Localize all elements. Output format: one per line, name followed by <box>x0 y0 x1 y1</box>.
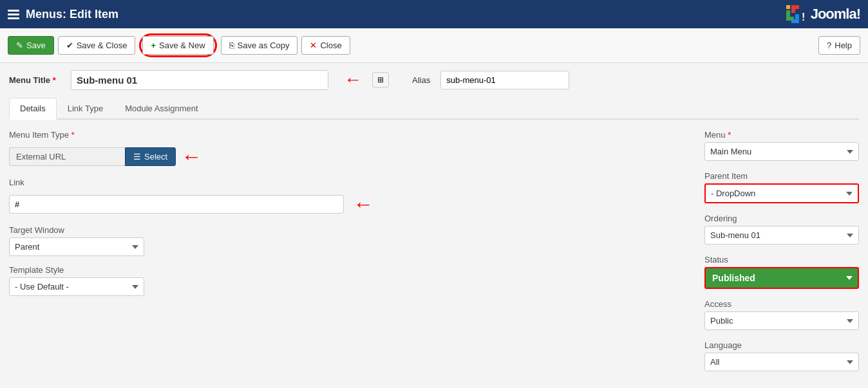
target-window-field: Target Window Parent New Window with Nav… <box>9 225 692 256</box>
menu-dropdown[interactable]: Main Menu <box>704 142 859 161</box>
save-icon: ✎ <box>16 41 23 50</box>
status-dropdown[interactable]: Published Unpublished Trashed Archived <box>704 267 859 289</box>
help-button[interactable]: ? Help <box>818 36 860 55</box>
parent-item-label: Parent Item <box>704 171 859 181</box>
tab-module-assignment[interactable]: Module Assignment <box>114 98 209 120</box>
status-label: Status <box>704 255 859 264</box>
generate-alias-button[interactable]: ⊞ <box>372 72 389 88</box>
access-label: Access <box>704 299 859 309</box>
save-new-button[interactable]: + Save & New <box>142 36 213 55</box>
template-style-dropdown[interactable]: - Use Default - <box>9 277 144 296</box>
language-field: Language All English (UK) <box>704 340 859 371</box>
joomla-text: Joomla! <box>811 6 860 23</box>
question-icon: ? <box>827 41 831 50</box>
access-field: Access Public Registered Special Guest S… <box>704 299 859 330</box>
main-column: Menu Item Type * External URL ☰ Select ←… <box>9 130 692 382</box>
tab-details[interactable]: Details <box>9 98 57 120</box>
hamburger-menu[interactable] <box>8 10 19 19</box>
ordering-field: Ordering Sub-menu 01 <box>704 214 859 245</box>
save-new-highlight: + Save & New <box>139 33 216 57</box>
menu-item-type-value: External URL <box>9 147 125 166</box>
two-col-layout: Menu Item Type * External URL ☰ Select ←… <box>9 130 859 382</box>
language-label: Language <box>704 340 859 350</box>
plus-icon: + <box>151 41 156 50</box>
ordering-dropdown[interactable]: Sub-menu 01 <box>704 226 859 245</box>
target-window-label: Target Window <box>9 225 64 235</box>
close-icon: ✕ <box>310 41 317 50</box>
copy-icon: ⎘ <box>229 41 234 50</box>
target-window-dropdown[interactable]: Parent New Window with Navigation New Wi… <box>9 237 144 256</box>
access-dropdown[interactable]: Public Registered Special Guest Super Us… <box>704 311 859 330</box>
template-style-field: Template Style - Use Default - <box>9 265 692 296</box>
page-title: Menus: Edit Item <box>26 8 118 21</box>
close-button[interactable]: ✕ Close <box>301 36 350 55</box>
arrow-annotation-3: ← <box>353 192 373 216</box>
side-column: Menu * Main Menu Parent Item - DropDown … <box>704 130 859 382</box>
save-close-button[interactable]: ✔ Save & Close <box>58 36 136 55</box>
tabs: Details Link Type Module Assignment <box>9 98 859 120</box>
menu-title-label: Menu Title * <box>9 75 61 85</box>
menu-field: Menu * Main Menu <box>704 130 859 161</box>
link-input[interactable] <box>9 195 344 214</box>
joomla-logo: ! Joomla! <box>781 3 860 26</box>
alias-input[interactable] <box>440 71 569 89</box>
menu-title-input[interactable] <box>71 70 328 90</box>
arrow-annotation-1: ← <box>344 69 362 90</box>
content-area: Menu Title * ← ⊞ Alias Details Link Type… <box>0 63 868 388</box>
ordering-label: Ordering <box>704 214 859 223</box>
menu-item-type-label: Menu Item Type * <box>9 130 75 140</box>
alias-label: Alias <box>412 75 430 85</box>
link-label: Link <box>9 178 24 187</box>
menu-item-type-field: Menu Item Type * External URL ☰ Select ← <box>9 130 692 169</box>
svg-text:!: ! <box>802 12 805 23</box>
joomla-icon: ! <box>781 3 807 26</box>
arrow-annotation-2: ← <box>181 145 202 169</box>
parent-item-dropdown[interactable]: - DropDown Main Menu <box>704 183 859 203</box>
check-icon: ✔ <box>66 41 73 50</box>
language-dropdown[interactable]: All English (UK) <box>704 353 859 371</box>
status-field: Status Published Unpublished Trashed Arc… <box>704 255 859 289</box>
top-bar: Menus: Edit Item ! Joomla! <box>0 0 868 28</box>
toolbar: ✎ Save ✔ Save & Close + Save & New ⎘ Sav… <box>0 28 868 63</box>
link-field: Link ← <box>9 178 692 216</box>
menu-title-row: Menu Title * ← ⊞ Alias <box>9 69 859 90</box>
save-copy-button[interactable]: ⎘ Save as Copy <box>221 36 298 55</box>
save-button[interactable]: ✎ Save <box>8 36 54 55</box>
select-icon: ☰ <box>133 152 141 162</box>
tab-link-type[interactable]: Link Type <box>57 98 114 120</box>
parent-item-field: Parent Item - DropDown Main Menu <box>704 171 859 203</box>
select-button[interactable]: ☰ Select <box>125 147 176 166</box>
menu-side-label: Menu * <box>704 130 859 140</box>
template-style-label: Template Style <box>9 265 64 275</box>
